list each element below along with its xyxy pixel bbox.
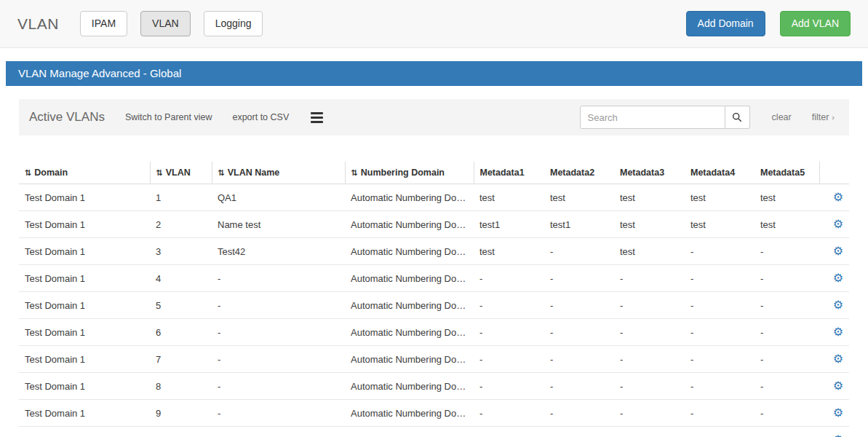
export-csv-link[interactable]: export to CSV [232,112,289,122]
table-row: Test Domain 19-Automatic Numbering Doma…… [19,400,849,427]
table-cell: - [544,400,614,427]
nav-ipam-button[interactable]: IPAM [80,11,127,36]
table-cell: test [685,211,754,238]
table-row: Test Domain 11QA1Automatic Numbering Dom… [19,184,849,211]
gear-icon[interactable]: ⚙ [833,406,843,419]
table-cell: 3 [150,238,212,265]
table-cell: - [544,292,614,319]
table-cell: test [614,184,685,211]
table-header-row: ⇅Domain ⇅VLAN ⇅VLAN Name ⇅Numbering Doma… [19,162,849,184]
chevron-right-icon: › [832,113,835,122]
table-cell: - [614,400,685,427]
table-cell: - [754,319,819,346]
gear-icon[interactable]: ⚙ [833,326,843,338]
table-cell: Automatic Numbering Doma… [345,346,474,373]
table-row: Test Domain 12Name testAutomatic Numberi… [19,211,849,238]
clear-link[interactable]: clear [772,112,792,122]
gear-icon[interactable]: ⚙ [833,245,843,257]
table-cell: - [614,265,685,292]
row-actions-cell: ⚙ [819,346,849,373]
table-cell: - [754,265,819,292]
row-actions-cell: ⚙ [819,211,849,238]
nav-button-group: IPAM VLAN Logging [80,11,263,36]
table-cell: Test Domain 1 [19,292,150,319]
panel-body: Active VLANs Switch to Parent view expor… [6,86,862,437]
table-cell: test1 [474,211,544,238]
panel-title: VLAN Manage Advanced - Global [18,67,181,79]
table-row: Test Domain 15-Automatic Numbering Doma…… [19,292,849,319]
table-cell: - [544,427,614,437]
table-cell: Automatic Numbering Doma… [345,265,474,292]
table-cell: - [614,427,685,437]
table-cell: test [614,238,685,265]
gear-icon[interactable]: ⚙ [833,218,843,230]
table-cell: 2 [150,211,212,238]
gear-icon[interactable]: ⚙ [833,379,843,392]
gear-icon[interactable]: ⚙ [833,353,843,365]
table-cell: - [544,373,614,400]
table-cell: 4 [150,265,212,292]
table-cell: - [685,319,754,346]
nav-logging-button[interactable]: Logging [204,11,263,36]
table-cell: - [474,265,544,292]
nav-vlan-button[interactable]: VLAN [140,11,191,36]
table-row: Test Domain 16-Automatic Numbering Doma…… [19,319,849,346]
table-cell: - [754,238,819,265]
table-cell: Test42 [212,238,345,265]
table-cell: Test Domain 1 [19,319,150,346]
table-cell: - [754,346,819,373]
switch-parent-view-link[interactable]: Switch to Parent view [125,112,212,122]
table-toolbar: Active VLANs Switch to Parent view expor… [19,99,849,135]
table-cell: Name test [212,211,345,238]
column-header-actions [819,162,849,184]
search-input[interactable] [580,106,725,129]
table-cell: 1 [150,184,212,211]
panel-header: VLAN Manage Advanced - Global [6,61,862,86]
column-header-domain[interactable]: ⇅Domain [19,162,150,184]
table-cell: - [474,319,544,346]
column-header-metadata1: Metadata1 [474,162,544,184]
table-cell: Test Domain 1 [19,238,150,265]
menu-hamburger-icon[interactable] [309,110,324,125]
table-cell: Automatic Numbering Doma… [345,292,474,319]
active-vlans-heading: Active VLANs [29,110,105,125]
gear-icon[interactable]: ⚙ [833,433,843,437]
column-header-numbering-domain[interactable]: ⇅Numbering Domain [345,162,474,184]
top-navbar: VLAN IPAM VLAN Logging Add Domain Add VL… [0,0,868,48]
gear-icon[interactable]: ⚙ [833,191,843,203]
gear-icon[interactable]: ⚙ [833,299,843,311]
table-cell: Automatic Numbering Doma… [345,427,474,437]
add-vlan-button[interactable]: Add VLAN [780,11,851,36]
table-cell: - [685,400,754,427]
row-actions-cell: ⚙ [819,373,849,400]
search-button[interactable] [725,106,750,129]
vlan-manage-panel: VLAN Manage Advanced - Global Active VLA… [6,61,862,437]
row-actions-cell: ⚙ [819,184,849,211]
column-header-metadata2: Metadata2 [544,162,614,184]
table-cell: test [474,238,544,265]
gear-icon[interactable]: ⚙ [833,272,843,284]
table-cell: - [754,400,819,427]
table-cell: test [754,184,819,211]
filter-link[interactable]: filter› [812,112,835,122]
table-row: Test Domain 17-Automatic Numbering Doma…… [19,346,849,373]
table-cell: test [754,211,819,238]
column-header-vlan[interactable]: ⇅VLAN [150,162,212,184]
table-cell: - [212,373,345,400]
table-cell: Test Domain 1 [19,400,150,427]
table-cell: - [754,292,819,319]
table-cell: - [474,427,544,437]
sort-icon: ⇅ [156,168,163,177]
table-cell: - [685,238,754,265]
add-domain-button[interactable]: Add Domain [686,11,765,36]
table-cell: - [685,292,754,319]
table-cell: Test Domain 1 [19,427,150,437]
table-cell: Test Domain 1 [19,346,150,373]
column-header-metadata4: Metadata4 [685,162,754,184]
table-cell: - [614,319,685,346]
table-cell: Test Domain 1 [19,211,150,238]
column-header-metadata3: Metadata3 [614,162,685,184]
column-header-vlan-name[interactable]: ⇅VLAN Name [212,162,345,184]
table-cell: - [544,346,614,373]
table-cell: - [212,319,345,346]
